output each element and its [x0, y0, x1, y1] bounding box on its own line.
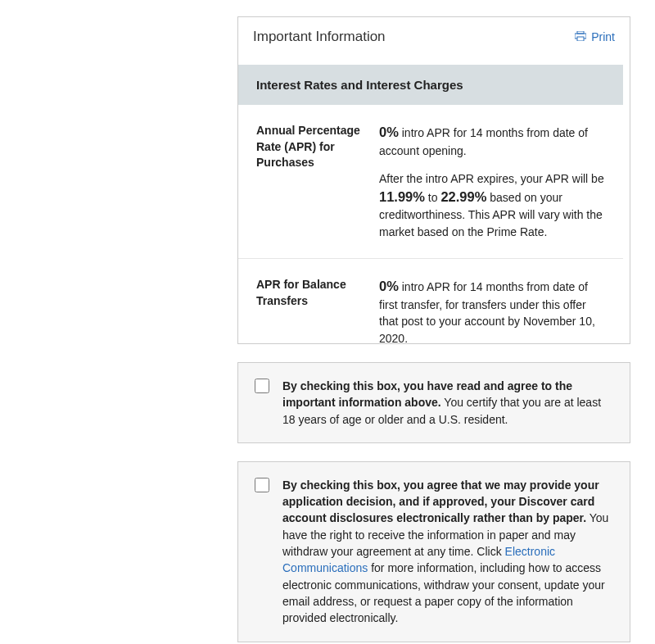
consent-box-1: By checking this box, you have read and …: [237, 362, 630, 443]
consent-checkbox-1[interactable]: [255, 379, 269, 393]
consent-checkbox-2[interactable]: [255, 478, 269, 492]
important-information-panel: Important Information Print Interest Rat…: [237, 16, 630, 344]
intro-rate: 0%: [379, 125, 399, 139]
row-apr-purchases: Annual Percentage Rate (APR) for Purchas…: [238, 105, 623, 259]
row-label: Annual Percentage Rate (APR) for Purchas…: [256, 123, 379, 240]
consent-box-2: By checking this box, you agree that we …: [237, 461, 630, 642]
rate-high: 22.99%: [440, 189, 486, 204]
row-value: 0% intro APR for 14 months from date of …: [379, 123, 605, 240]
consent-text-1: By checking this box, you have read and …: [282, 378, 613, 428]
row-value: 0% intro APR for 14 months from date of …: [379, 277, 605, 343]
info-scroll-area[interactable]: Interest Rates and Interest Charges Annu…: [238, 65, 630, 343]
panel-title: Important Information: [253, 29, 386, 45]
intro-rate: 0%: [379, 279, 399, 293]
row-apr-balance-transfers: APR for Balance Transfers 0% intro APR f…: [238, 259, 623, 343]
rate-low: 11.99%: [379, 189, 425, 204]
print-icon: [575, 30, 586, 43]
consent-text-2: By checking this box, you agree that we …: [282, 477, 613, 627]
row-label: APR for Balance Transfers: [256, 277, 379, 343]
svg-rect-2: [577, 37, 584, 41]
print-label: Print: [591, 30, 615, 43]
section-header: Interest Rates and Interest Charges: [238, 65, 623, 105]
print-link[interactable]: Print: [575, 30, 615, 43]
